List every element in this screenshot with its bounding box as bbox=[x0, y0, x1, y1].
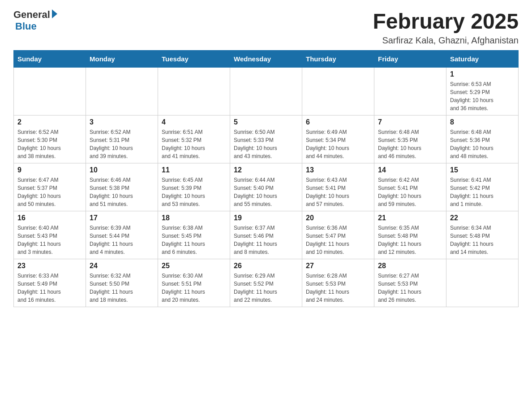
day-number: 20 bbox=[306, 214, 370, 222]
calendar-cell: 20Sunrise: 6:36 AMSunset: 5:47 PMDayligh… bbox=[302, 211, 374, 259]
day-number: 28 bbox=[378, 262, 442, 270]
day-number: 2 bbox=[17, 118, 82, 126]
day-number: 24 bbox=[90, 262, 154, 270]
main-title: February 2025 bbox=[373, 9, 519, 34]
day-info: Sunrise: 6:41 AMSunset: 5:42 PMDaylight:… bbox=[450, 176, 515, 208]
day-number: 26 bbox=[234, 262, 298, 270]
week-row-1: 2Sunrise: 6:52 AMSunset: 5:30 PMDaylight… bbox=[14, 116, 519, 163]
day-info: Sunrise: 6:32 AMSunset: 5:50 PMDaylight:… bbox=[90, 272, 154, 304]
calendar-cell: 12Sunrise: 6:44 AMSunset: 5:40 PMDayligh… bbox=[230, 163, 302, 211]
calendar-table: SundayMondayTuesdayWednesdayThursdayFrid… bbox=[13, 50, 519, 307]
calendar-cell: 1Sunrise: 6:53 AMSunset: 5:29 PMDaylight… bbox=[446, 68, 519, 116]
header-thursday: Thursday bbox=[302, 51, 374, 68]
calendar-cell: 15Sunrise: 6:41 AMSunset: 5:42 PMDayligh… bbox=[446, 163, 519, 211]
day-info: Sunrise: 6:42 AMSunset: 5:41 PMDaylight:… bbox=[378, 176, 442, 208]
header-monday: Monday bbox=[86, 51, 158, 68]
logo: General Blue bbox=[13, 9, 57, 32]
day-info: Sunrise: 6:27 AMSunset: 5:53 PMDaylight:… bbox=[378, 272, 442, 304]
day-info: Sunrise: 6:45 AMSunset: 5:39 PMDaylight:… bbox=[162, 176, 226, 208]
day-info: Sunrise: 6:44 AMSunset: 5:40 PMDaylight:… bbox=[234, 176, 298, 208]
day-number: 19 bbox=[234, 214, 298, 222]
calendar-cell: 18Sunrise: 6:38 AMSunset: 5:45 PMDayligh… bbox=[158, 211, 230, 259]
calendar-cell: 9Sunrise: 6:47 AMSunset: 5:37 PMDaylight… bbox=[14, 163, 86, 211]
day-number: 8 bbox=[450, 118, 515, 126]
day-number: 7 bbox=[378, 118, 442, 126]
header-sunday: Sunday bbox=[14, 51, 86, 68]
calendar-cell: 5Sunrise: 6:50 AMSunset: 5:33 PMDaylight… bbox=[230, 116, 302, 163]
subtitle: Sarfiraz Kala, Ghazni, Afghanistan bbox=[373, 35, 519, 46]
header-wednesday: Wednesday bbox=[230, 51, 302, 68]
day-info: Sunrise: 6:46 AMSunset: 5:38 PMDaylight:… bbox=[90, 176, 154, 208]
header-friday: Friday bbox=[374, 51, 446, 68]
day-number: 17 bbox=[90, 214, 154, 222]
day-info: Sunrise: 6:33 AMSunset: 5:49 PMDaylight:… bbox=[17, 272, 82, 304]
day-number: 15 bbox=[450, 166, 515, 174]
day-number: 21 bbox=[378, 214, 442, 222]
day-info: Sunrise: 6:29 AMSunset: 5:52 PMDaylight:… bbox=[234, 272, 298, 304]
calendar-cell: 3Sunrise: 6:52 AMSunset: 5:31 PMDaylight… bbox=[86, 116, 158, 163]
day-info: Sunrise: 6:36 AMSunset: 5:47 PMDaylight:… bbox=[306, 224, 370, 256]
calendar-header: SundayMondayTuesdayWednesdayThursdayFrid… bbox=[14, 51, 519, 68]
calendar-cell: 17Sunrise: 6:39 AMSunset: 5:44 PMDayligh… bbox=[86, 211, 158, 259]
day-number: 18 bbox=[162, 214, 226, 222]
calendar-cell: 28Sunrise: 6:27 AMSunset: 5:53 PMDayligh… bbox=[374, 259, 446, 307]
day-info: Sunrise: 6:48 AMSunset: 5:36 PMDaylight:… bbox=[450, 128, 515, 160]
calendar-cell bbox=[14, 68, 86, 116]
day-info: Sunrise: 6:39 AMSunset: 5:44 PMDaylight:… bbox=[90, 224, 154, 256]
day-number: 4 bbox=[162, 118, 226, 126]
header-tuesday: Tuesday bbox=[158, 51, 230, 68]
day-number: 23 bbox=[17, 262, 82, 270]
day-info: Sunrise: 6:47 AMSunset: 5:37 PMDaylight:… bbox=[17, 176, 82, 208]
day-number: 11 bbox=[162, 166, 226, 174]
calendar-cell: 11Sunrise: 6:45 AMSunset: 5:39 PMDayligh… bbox=[158, 163, 230, 211]
day-number: 3 bbox=[90, 118, 154, 126]
calendar-cell: 26Sunrise: 6:29 AMSunset: 5:52 PMDayligh… bbox=[230, 259, 302, 307]
calendar-cell: 4Sunrise: 6:51 AMSunset: 5:32 PMDaylight… bbox=[158, 116, 230, 163]
calendar-cell: 21Sunrise: 6:35 AMSunset: 5:48 PMDayligh… bbox=[374, 211, 446, 259]
calendar-cell: 7Sunrise: 6:48 AMSunset: 5:35 PMDaylight… bbox=[374, 116, 446, 163]
header-row: SundayMondayTuesdayWednesdayThursdayFrid… bbox=[14, 51, 519, 68]
calendar-cell: 10Sunrise: 6:46 AMSunset: 5:38 PMDayligh… bbox=[86, 163, 158, 211]
day-number: 22 bbox=[450, 214, 515, 222]
day-number: 1 bbox=[450, 70, 515, 78]
week-row-2: 9Sunrise: 6:47 AMSunset: 5:37 PMDaylight… bbox=[14, 163, 519, 211]
calendar-cell bbox=[158, 68, 230, 116]
calendar-cell: 19Sunrise: 6:37 AMSunset: 5:46 PMDayligh… bbox=[230, 211, 302, 259]
calendar-cell bbox=[302, 68, 374, 116]
calendar-cell: 24Sunrise: 6:32 AMSunset: 5:50 PMDayligh… bbox=[86, 259, 158, 307]
day-info: Sunrise: 6:30 AMSunset: 5:51 PMDaylight:… bbox=[162, 272, 226, 304]
day-number: 27 bbox=[306, 262, 370, 270]
week-row-0: 1Sunrise: 6:53 AMSunset: 5:29 PMDaylight… bbox=[14, 68, 519, 116]
title-section: February 2025 Sarfiraz Kala, Ghazni, Afg… bbox=[373, 9, 519, 46]
day-number: 13 bbox=[306, 166, 370, 174]
day-number: 10 bbox=[90, 166, 154, 174]
calendar-cell: 13Sunrise: 6:43 AMSunset: 5:41 PMDayligh… bbox=[302, 163, 374, 211]
logo-blue-text: Blue bbox=[15, 21, 37, 32]
calendar-cell bbox=[86, 68, 158, 116]
calendar-cell: 23Sunrise: 6:33 AMSunset: 5:49 PMDayligh… bbox=[14, 259, 86, 307]
calendar-cell: 27Sunrise: 6:28 AMSunset: 5:53 PMDayligh… bbox=[302, 259, 374, 307]
day-info: Sunrise: 6:49 AMSunset: 5:34 PMDaylight:… bbox=[306, 128, 370, 160]
day-info: Sunrise: 6:38 AMSunset: 5:45 PMDaylight:… bbox=[162, 224, 226, 256]
calendar-cell: 25Sunrise: 6:30 AMSunset: 5:51 PMDayligh… bbox=[158, 259, 230, 307]
calendar-cell bbox=[230, 68, 302, 116]
day-info: Sunrise: 6:52 AMSunset: 5:31 PMDaylight:… bbox=[90, 128, 154, 160]
page-header: General Blue February 2025 Sarfiraz Kala… bbox=[13, 9, 519, 46]
calendar-cell bbox=[446, 259, 519, 307]
day-number: 9 bbox=[17, 166, 82, 174]
calendar-cell: 22Sunrise: 6:34 AMSunset: 5:48 PMDayligh… bbox=[446, 211, 519, 259]
day-number: 12 bbox=[234, 166, 298, 174]
calendar-cell: 6Sunrise: 6:49 AMSunset: 5:34 PMDaylight… bbox=[302, 116, 374, 163]
calendar-cell: 14Sunrise: 6:42 AMSunset: 5:41 PMDayligh… bbox=[374, 163, 446, 211]
logo-arrow-icon bbox=[52, 9, 57, 18]
day-info: Sunrise: 6:43 AMSunset: 5:41 PMDaylight:… bbox=[306, 176, 370, 208]
day-number: 14 bbox=[378, 166, 442, 174]
day-info: Sunrise: 6:34 AMSunset: 5:48 PMDaylight:… bbox=[450, 224, 515, 256]
calendar-cell: 16Sunrise: 6:40 AMSunset: 5:43 PMDayligh… bbox=[14, 211, 86, 259]
day-info: Sunrise: 6:40 AMSunset: 5:43 PMDaylight:… bbox=[17, 224, 82, 256]
day-number: 16 bbox=[17, 214, 82, 222]
day-number: 6 bbox=[306, 118, 370, 126]
day-info: Sunrise: 6:53 AMSunset: 5:29 PMDaylight:… bbox=[450, 80, 515, 112]
calendar-cell bbox=[374, 68, 446, 116]
calendar-cell: 8Sunrise: 6:48 AMSunset: 5:36 PMDaylight… bbox=[446, 116, 519, 163]
